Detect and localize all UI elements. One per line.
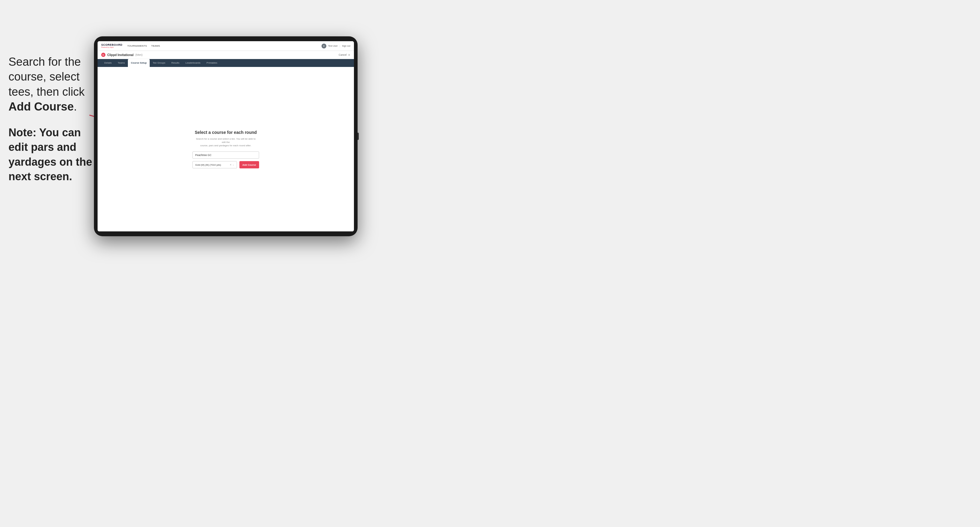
- tee-select-value: Gold (M) (M) (7010 yds): [195, 163, 221, 166]
- tournament-title-area: C Clippd Invitational (Men): [101, 53, 142, 57]
- annotation-note: Note: You can edit pars and yardages on …: [8, 125, 96, 184]
- nav-links: TOURNAMENTS TEAMS: [127, 44, 160, 47]
- close-icon: ✕: [348, 53, 350, 57]
- tournament-type: (Men): [135, 53, 143, 56]
- user-name: Test User: [328, 44, 338, 47]
- top-navbar: SCOREBOARD Powered by clippd TOURNAMENTS…: [97, 41, 354, 51]
- annotation-note-line1: Note: You can: [8, 126, 81, 139]
- logo-area: SCOREBOARD Powered by clippd: [101, 44, 123, 48]
- cancel-label: Cancel: [339, 53, 347, 56]
- annotation-period: .: [74, 100, 77, 113]
- tab-details[interactable]: Details: [101, 59, 115, 67]
- tee-clear-icon[interactable]: ×: [230, 163, 231, 166]
- tee-select-row: Gold (M) (M) (7010 yds) × ⌄ Add Course: [192, 161, 259, 168]
- tab-tee-groups[interactable]: Tee Groups: [150, 59, 168, 67]
- tee-select-controls: × ⌄: [230, 163, 234, 166]
- select-course-description: Search for a course and select a tee. Yo…: [196, 137, 256, 148]
- main-content: Select a course for each round Search fo…: [97, 67, 354, 232]
- annotation-bold: Add Course: [8, 100, 74, 113]
- tournament-name: Clippd Invitational: [107, 53, 134, 57]
- annotation-note-line2: edit pars and: [8, 141, 76, 153]
- tablet-device: SCOREBOARD Powered by clippd TOURNAMENTS…: [94, 37, 358, 236]
- add-course-button[interactable]: Add Course: [239, 161, 259, 168]
- chevron-down-icon: ⌄: [232, 163, 234, 166]
- tournament-header: C Clippd Invitational (Men) Cancel ✕: [97, 51, 354, 59]
- logo-text: SCOREBOARD: [101, 44, 123, 46]
- annotation-area: Search for the course, select tees, then…: [8, 54, 96, 184]
- nav-tournaments[interactable]: TOURNAMENTS: [127, 44, 147, 47]
- desc-line2: course, pars and yardages for each round…: [200, 144, 251, 147]
- sign-out-link[interactable]: Sign out: [342, 44, 350, 47]
- cancel-button[interactable]: Cancel ✕: [339, 53, 350, 57]
- user-area: R Test User | Sign out: [321, 44, 350, 48]
- annotation-note-line3: yardages on the: [8, 156, 92, 168]
- desc-line1: Search for a course and select a tee. Yo…: [196, 138, 255, 144]
- navbar-left: SCOREBOARD Powered by clippd TOURNAMENTS…: [101, 44, 160, 48]
- pipe-divider: |: [340, 44, 340, 47]
- tee-select-dropdown[interactable]: Gold (M) (M) (7010 yds) × ⌄: [192, 161, 237, 168]
- tab-results[interactable]: Results: [168, 59, 183, 67]
- annotation-note-line4: next screen.: [8, 170, 72, 183]
- nav-teams[interactable]: TEAMS: [151, 44, 160, 47]
- course-search-input[interactable]: [192, 151, 259, 159]
- annotation-main-text: Search for the course, select tees, then…: [8, 54, 96, 114]
- select-course-title: Select a course for each round: [195, 130, 257, 135]
- tab-printables[interactable]: Printables: [203, 59, 220, 67]
- logo-sub: Powered by clippd: [101, 46, 123, 48]
- logo-block: SCOREBOARD Powered by clippd: [101, 44, 123, 48]
- tab-navigation: Details Teams Course Setup Tee Groups Re…: [97, 59, 354, 67]
- clippd-icon: C: [101, 53, 105, 57]
- tablet-screen: SCOREBOARD Powered by clippd TOURNAMENTS…: [97, 41, 354, 232]
- tab-teams[interactable]: Teams: [115, 59, 128, 67]
- tab-leaderboards[interactable]: Leaderboards: [183, 59, 203, 67]
- tab-course-setup[interactable]: Course Setup: [128, 59, 150, 67]
- tablet-power-button: [358, 133, 359, 140]
- user-avatar: R: [321, 44, 326, 48]
